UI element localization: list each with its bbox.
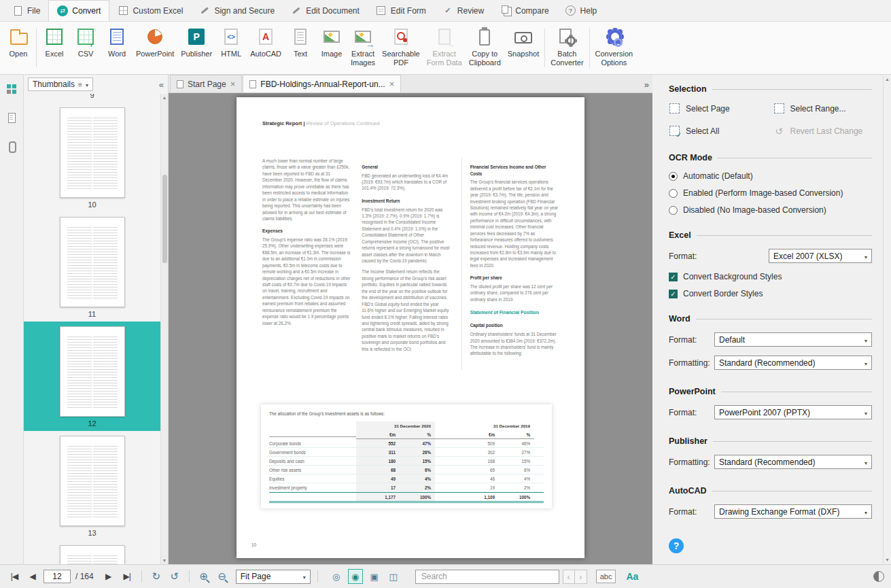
table-subheader-row: €m % €m % — [269, 430, 544, 439]
close-tab-icon[interactable] — [230, 79, 236, 89]
html-button[interactable]: HTML — [215, 22, 247, 74]
scroll-down-icon[interactable] — [162, 558, 167, 563]
csv-button[interactable]: CSV — [70, 22, 101, 74]
zoom-level-select[interactable]: Fit Page — [236, 570, 311, 584]
copy-to-clipboard-button[interactable]: Copy to Clipboard — [466, 22, 504, 74]
tab-review[interactable]: Review — [434, 0, 492, 21]
thumbnail-page-11[interactable]: 11 — [24, 212, 160, 322]
snapshot-button[interactable]: Snapshot — [504, 22, 542, 74]
autocad-button[interactable]: AutoCAD — [247, 22, 285, 74]
thumbnails-grid-icon — [6, 84, 17, 94]
rotate-counterclockwise-button[interactable] — [167, 569, 182, 584]
image-button[interactable]: Image — [316, 22, 347, 74]
page-number-input[interactable] — [43, 570, 71, 583]
format-label: Format: — [669, 335, 697, 345]
powerpoint-button[interactable]: PowerPoint — [133, 22, 177, 74]
ocr-disabled-radio[interactable]: Disabled (No Image-based Conversion) — [669, 205, 872, 215]
tab-help[interactable]: Help — [557, 0, 606, 21]
help-button[interactable]: ? — [669, 538, 684, 553]
thumbnail-list: 9 10 11 — [24, 94, 160, 564]
search-next-button[interactable] — [575, 570, 587, 584]
edit-form-icon — [376, 5, 387, 16]
excel-button[interactable]: Excel — [39, 22, 70, 74]
ocr-automatic-radio[interactable]: Automatic (Default) — [669, 171, 872, 181]
thumbnail-scrollbar[interactable] — [160, 94, 168, 564]
ocr-enabled-radio[interactable]: Enabled (Perform Image-based Conversion) — [669, 188, 872, 198]
last-page-button[interactable] — [120, 569, 135, 584]
searchable-pdf-button[interactable]: Searchable PDF — [379, 22, 423, 74]
text-button[interactable]: Text — [285, 22, 316, 74]
thumbnail-page-9[interactable]: 9 — [24, 94, 160, 103]
word-button[interactable]: Word — [101, 22, 133, 74]
scroll-up-icon[interactable] — [885, 77, 890, 82]
thumbnail-page-13[interactable]: 13 — [24, 431, 160, 540]
document-canvas[interactable]: Strategic Report | Review of Operations … — [169, 93, 652, 564]
view-tool-1-button[interactable]: ◎ — [329, 569, 344, 584]
doc-header-bold: Strategic Report | — [262, 120, 307, 126]
open-button[interactable]: Open — [3, 22, 34, 74]
zoom-in-button[interactable] — [196, 569, 211, 584]
word-formatting-select[interactable]: Standard (Recommended) — [714, 356, 872, 370]
thumbnail-page-next[interactable] — [24, 540, 160, 564]
document-tab-label: FBD-Holdings-Annual-Report-un... — [260, 80, 385, 89]
thumbnail-page-12[interactable]: 12 — [24, 322, 160, 431]
view-tool-4-button[interactable]: ◫ — [386, 569, 401, 584]
chevron-down-icon — [860, 507, 867, 517]
zoom-out-button[interactable] — [215, 569, 230, 584]
checkbox-label: Convert Background Styles — [683, 272, 782, 281]
thumbnails-menu-button[interactable]: Thumbnails — [28, 77, 93, 91]
previous-page-button[interactable] — [25, 569, 40, 584]
brightness-toggle-icon[interactable] — [873, 571, 884, 582]
extract-form-data-button[interactable]: Extract Form Data — [423, 22, 466, 74]
status-bar: / 164 Fit Page ◎ ◉ ▣ ◫ abc Aa — [0, 564, 891, 588]
tab-convert[interactable]: Convert — [48, 0, 109, 21]
tab-edit-form[interactable]: Edit Form — [368, 0, 434, 21]
whole-words-button[interactable]: abc — [596, 570, 616, 583]
select-range-button[interactable]: Select Range... — [773, 103, 873, 114]
scrollbar-thumb[interactable] — [162, 175, 167, 263]
first-page-button[interactable] — [7, 569, 22, 584]
tab-edit-document[interactable]: Edit Document — [283, 0, 368, 21]
search-previous-button[interactable] — [563, 570, 575, 584]
scroll-down-icon[interactable] — [885, 557, 890, 562]
scroll-up-icon[interactable] — [162, 95, 167, 100]
powerpoint-format-select[interactable]: PowerPoint 2007 (PPTX) — [714, 405, 872, 419]
convert-border-styles-checkbox[interactable]: Convert Border Styles — [669, 289, 872, 298]
toolbar-button-label: AutoCAD — [250, 50, 281, 58]
thumbnail-page-10[interactable]: 10 — [24, 103, 160, 212]
collapse-panel-button[interactable] — [159, 78, 164, 90]
select-all-button[interactable]: Select All — [669, 125, 768, 137]
autocad-format-select[interactable]: Drawing Exchange Format (DXF) — [714, 504, 872, 519]
search-input[interactable] — [415, 570, 559, 584]
convert-background-styles-checkbox[interactable]: Convert Background Styles — [669, 272, 872, 281]
match-case-button[interactable]: Aa — [626, 571, 638, 582]
view-tool-2-button[interactable]: ◉ — [348, 569, 363, 584]
close-tab-icon[interactable] — [389, 79, 395, 89]
selection-grid: Select Page Select Range... Select All — [669, 103, 872, 137]
attachments-panel-button[interactable] — [3, 137, 20, 155]
thumbnails-panel-button[interactable] — [3, 80, 20, 98]
publisher-button[interactable]: Publisher — [177, 22, 215, 74]
document-tab-fbd-holdings[interactable]: FBD-Holdings-Annual-Report-un... — [243, 75, 401, 92]
publisher-formatting-select[interactable]: Standard (Recommended) — [714, 455, 872, 469]
more-tabs-icon[interactable] — [644, 78, 649, 90]
tab-file[interactable]: File — [4, 0, 48, 21]
conversion-options-button[interactable]: Conversion Options — [592, 22, 637, 74]
edit-document-icon — [291, 5, 302, 16]
excel-format-select[interactable]: Excel 2007 (XLSX) — [769, 249, 872, 263]
revert-last-change-button[interactable]: Revert Last Change — [773, 125, 873, 137]
word-format-select[interactable]: Default — [714, 332, 872, 347]
document-tab-start-page[interactable]: Start Page — [170, 75, 242, 92]
tab-sign-and-secure[interactable]: Sign and Secure — [191, 0, 283, 21]
doc-page-number: 10 — [251, 542, 256, 547]
next-page-button[interactable] — [101, 569, 116, 584]
pages-panel-button[interactable] — [3, 109, 20, 126]
panel-scrollbar[interactable] — [883, 75, 891, 564]
extract-images-button[interactable]: Extract Images — [347, 22, 379, 74]
tab-custom-excel[interactable]: Custom Excel — [109, 0, 191, 21]
batch-converter-button[interactable]: Batch Converter — [547, 22, 587, 74]
select-page-button[interactable]: Select Page — [669, 103, 768, 114]
tab-compare[interactable]: Compare — [492, 0, 557, 21]
rotate-clockwise-button[interactable] — [149, 569, 164, 584]
view-tool-3-button[interactable]: ▣ — [367, 569, 382, 584]
